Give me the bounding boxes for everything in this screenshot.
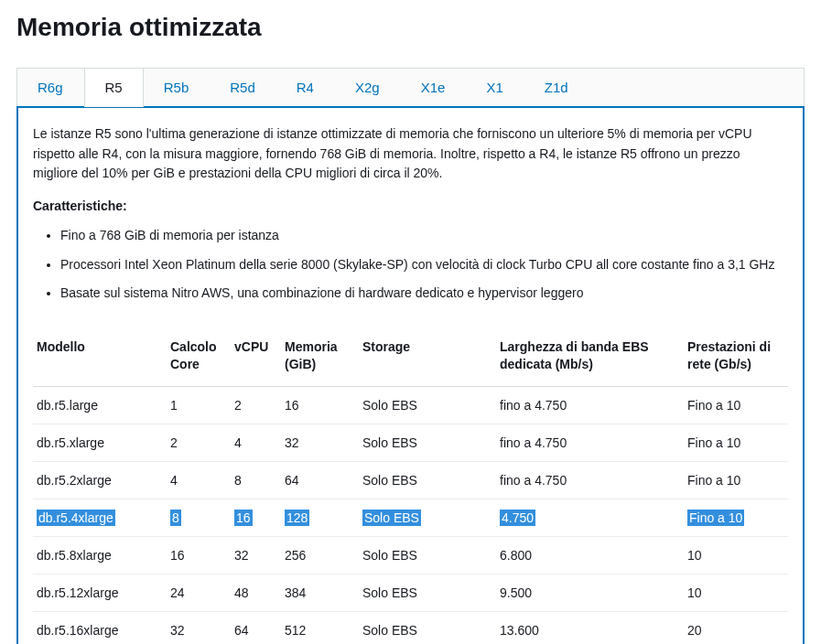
table-cell: 10 [687,574,788,611]
tab-r5[interactable]: R5 [84,69,144,107]
tab-z1d[interactable]: Z1d [524,69,589,107]
table-cell: 32 [170,611,234,644]
table-cell: db.r5.xlarge [33,424,170,461]
table-cell: 512 [285,611,362,644]
table-cell: Fino a 10 [687,386,788,424]
table-cell: 48 [234,574,285,611]
table-cell: Solo EBS [362,424,500,461]
tab-r5b[interactable]: R5b [144,69,211,107]
table-header-cell: Storage [362,329,500,386]
feature-item: Processori Intel Xeon Platinum della ser… [60,255,788,275]
table-cell: 64 [285,461,362,499]
table-row: db.r5.2xlarge4864Solo EBSfino a 4.750Fin… [33,461,788,499]
tab-x2g[interactable]: X2g [335,69,401,107]
table-cell: 4.750 [500,499,687,536]
table-cell: Solo EBS [362,574,500,611]
table-cell: Solo EBS [362,611,500,644]
table-cell: 24 [170,574,234,611]
table-cell: db.r5.large [33,386,170,424]
table-header-cell: Modello [33,329,170,386]
table-cell: db.r5.16xlarge [33,611,170,644]
table-row: db.r5.16xlarge3264512Solo EBS13.60020 [33,611,788,644]
panel-description: Le istanze R5 sono l'ultima generazione … [33,124,788,184]
feature-item: Basate sul sistema Nitro AWS, una combin… [60,284,788,304]
table-cell: 2 [234,386,285,424]
table-cell: db.r5.2xlarge [33,461,170,499]
page-title: Memoria ottimizzata [16,13,805,42]
table-cell: db.r5.4xlarge [33,499,170,536]
instance-table: ModelloCalcolo CorevCPUMemoria (GiB)Stor… [33,329,788,644]
table-cell: Fino a 10 [687,499,788,536]
table-cell: Solo EBS [362,499,500,536]
tab-r4[interactable]: R4 [276,69,335,107]
table-body: db.r5.large1216Solo EBSfino a 4.750Fino … [33,386,788,644]
table-header-cell: Calcolo Core [170,329,234,386]
table-cell: 6.800 [500,536,687,574]
table-cell: 32 [285,424,362,461]
table-cell: 4 [234,424,285,461]
highlighted-text: Solo EBS [362,510,421,526]
features-list: Fino a 768 GiB di memoria per istanzaPro… [33,226,788,304]
table-cell: Fino a 10 [687,461,788,499]
tab-x1[interactable]: X1 [466,69,524,107]
table-header-row: ModelloCalcolo CorevCPUMemoria (GiB)Stor… [33,329,788,386]
table-cell: 8 [170,499,234,536]
table-cell: fino a 4.750 [500,424,687,461]
table-row: db.r5.12xlarge2448384Solo EBS9.50010 [33,574,788,611]
table-cell: 4 [170,461,234,499]
table-cell: db.r5.12xlarge [33,574,170,611]
table-row: db.r5.8xlarge1632256Solo EBS6.80010 [33,536,788,574]
table-cell: 384 [285,574,362,611]
table-header-cell: Memoria (GiB) [285,329,362,386]
highlighted-text: Fino a 10 [687,510,744,526]
table-header-cell: Prestazioni di rete (Gb/s) [687,329,788,386]
table-cell: 16 [170,536,234,574]
table-row: db.r5.4xlarge816128Solo EBS4.750Fino a 1… [33,499,788,536]
tabs-bar: R6gR5R5bR5dR4X2gX1eX1Z1d [16,68,805,107]
table-row: db.r5.xlarge2432Solo EBSfino a 4.750Fino… [33,424,788,461]
table-cell: Solo EBS [362,461,500,499]
table-cell: Solo EBS [362,536,500,574]
highlighted-text: 4.750 [500,510,535,526]
tab-panel: Le istanze R5 sono l'ultima generazione … [16,106,805,644]
highlighted-text: 16 [234,510,253,526]
tab-x1e[interactable]: X1e [401,69,467,107]
table-row: db.r5.large1216Solo EBSfino a 4.750Fino … [33,386,788,424]
highlighted-text: 128 [285,510,309,526]
table-cell: 256 [285,536,362,574]
table-cell: Fino a 10 [687,424,788,461]
highlighted-text: db.r5.4xlarge [37,510,115,526]
table-cell: 16 [285,386,362,424]
table-cell: 8 [234,461,285,499]
table-cell: 9.500 [500,574,687,611]
table-header-cell: Larghezza di banda EBS dedicata (Mb/s) [500,329,687,386]
table-cell: 64 [234,611,285,644]
table-cell: fino a 4.750 [500,461,687,499]
highlighted-text: 8 [170,510,181,526]
tab-r5d[interactable]: R5d [210,69,276,107]
table-cell: 128 [285,499,362,536]
feature-item: Fino a 768 GiB di memoria per istanza [60,226,788,246]
table-cell: 13.600 [500,611,687,644]
table-cell: 20 [687,611,788,644]
table-header-cell: vCPU [234,329,285,386]
table-cell: fino a 4.750 [500,386,687,424]
tabs-spacer [589,69,804,107]
table-cell: 2 [170,424,234,461]
features-heading: Caratteristiche: [33,199,788,213]
tab-r6g[interactable]: R6g [17,69,84,107]
table-cell: 32 [234,536,285,574]
table-cell: db.r5.8xlarge [33,536,170,574]
table-cell: 16 [234,499,285,536]
table-cell: Solo EBS [362,386,500,424]
table-cell: 1 [170,386,234,424]
table-cell: 10 [687,536,788,574]
